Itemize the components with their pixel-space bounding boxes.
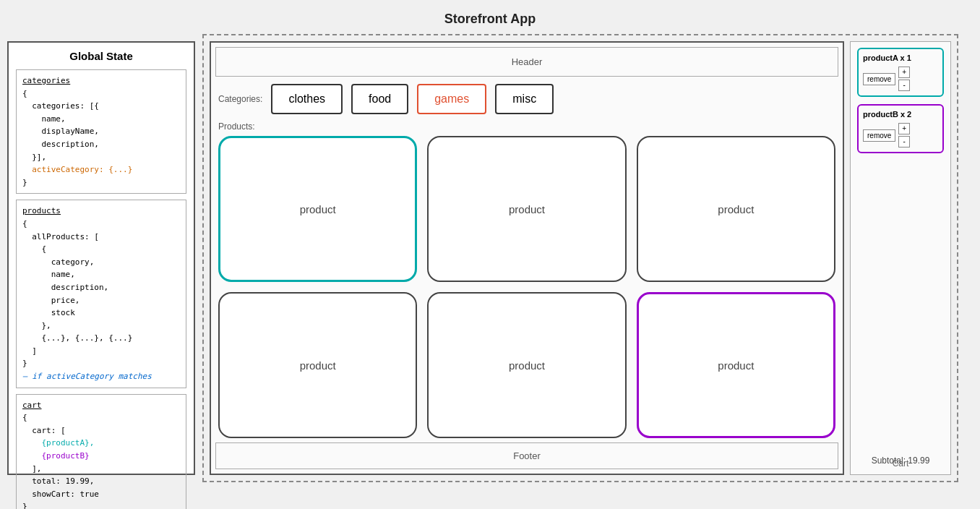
product-card-5[interactable]: product [427, 292, 626, 438]
state-section-categories: categories { categories: [{ name, displa… [16, 69, 186, 194]
subtotal-bar: Subtotal: 19.99 [851, 453, 950, 469]
cart-remove-b-button[interactable]: remove [863, 129, 895, 142]
category-food[interactable]: food [351, 84, 408, 114]
global-state-panel: Global State categories { categories: [{… [7, 41, 195, 475]
product-card-6[interactable]: product [637, 292, 835, 438]
cart-item-b-controls: remove + - [863, 123, 938, 147]
product-card-3[interactable]: product [637, 136, 835, 282]
cart-remove-a-button[interactable]: remove [863, 73, 895, 85]
cart-plusminus-b: + - [898, 123, 910, 147]
cart-panel: productA x 1 remove + - productB x 2 rem… [850, 41, 951, 475]
cart-plus-a-button[interactable]: + [898, 67, 910, 78]
categories-state-label: categories [22, 76, 70, 85]
cart-plusminus-a: + - [898, 67, 910, 91]
product-card-4[interactable]: product [218, 292, 417, 438]
state-section-cart: cart { cart: [ {productA}, {productB} ],… [16, 394, 186, 509]
screen-ui-outer: Header Categories: clothes food games mi… [202, 34, 958, 482]
category-games[interactable]: games [417, 84, 486, 114]
products-label: Products: [218, 121, 835, 132]
footer-bar: Footer [215, 442, 838, 469]
cart-item-a-controls: remove + - [863, 67, 938, 91]
product-card-2[interactable]: product [427, 136, 626, 282]
cart-state-label: cart [22, 401, 42, 410]
cart-minus-a-button[interactable]: - [898, 80, 910, 91]
page-title: Storefront App [0, 0, 980, 34]
products-state-label: products [22, 206, 61, 215]
header-bar: Header [215, 47, 838, 77]
products-grid: product product product product product … [218, 136, 835, 438]
global-state-title: Global State [16, 50, 186, 62]
categories-label: Categories: [218, 94, 262, 104]
cart-item-a: productA x 1 remove + - [857, 48, 944, 97]
cart-item-b: productB x 2 remove + - [857, 104, 944, 153]
if-active-category-label: — if activeCategory matches [22, 372, 152, 381]
product-card-1[interactable]: product [218, 136, 417, 282]
category-misc[interactable]: misc [495, 84, 554, 114]
products-section: Products: product product product produc… [211, 121, 843, 442]
storefront-main: Header Categories: clothes food games mi… [210, 41, 844, 475]
state-section-products: products { allProducts: [ { category, na… [16, 200, 186, 388]
category-clothes[interactable]: clothes [271, 84, 343, 114]
cart-item-a-title: productA x 1 [863, 54, 938, 62]
categories-row: Categories: clothes food games misc [211, 77, 843, 121]
cart-plus-b-button[interactable]: + [898, 123, 910, 134]
cart-item-b-title: productB x 2 [863, 110, 938, 119]
cart-minus-b-button[interactable]: - [898, 136, 910, 147]
